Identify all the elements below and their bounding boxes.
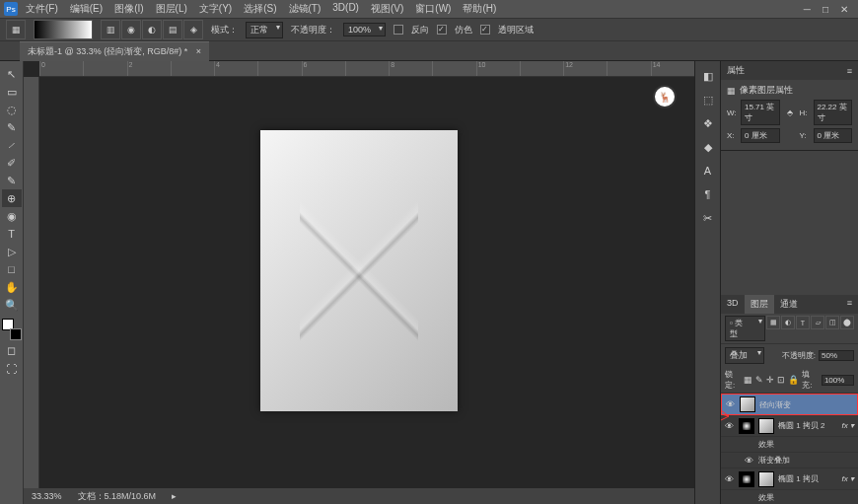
lock-trans-icon[interactable]: ▦	[744, 375, 752, 385]
tool-button[interactable]: ✐	[2, 154, 22, 172]
tool-button[interactable]: □	[2, 260, 22, 278]
layers-tab[interactable]: 3D	[721, 295, 745, 314]
visibility-icon[interactable]: 👁	[725, 474, 735, 484]
layer-kind-filter[interactable]: ▫ 类型	[725, 316, 765, 341]
blend-mode-dropdown[interactable]: 叠加	[725, 347, 764, 364]
layer-thumb[interactable]	[758, 471, 774, 487]
menu-item[interactable]: 选择(S)	[238, 0, 282, 18]
menu-item[interactable]: 窗口(W)	[409, 0, 457, 18]
screenmode-icon[interactable]: ⛶	[2, 360, 22, 378]
layer-thumb[interactable]	[740, 396, 755, 412]
height-field[interactable]: 22.22 英寸	[814, 100, 853, 125]
gradient-tool-icon[interactable]: ▦	[6, 20, 26, 39]
tool-button[interactable]: ✎	[2, 118, 22, 136]
dither-checkbox[interactable]	[437, 25, 447, 35]
dock-panel-icon[interactable]: A	[699, 162, 717, 180]
tool-button[interactable]: ⊕	[2, 189, 22, 207]
link-wh-icon[interactable]: ⬘	[784, 108, 796, 117]
tool-button[interactable]: ✋	[2, 278, 22, 296]
layer-row[interactable]: 效果	[721, 490, 858, 504]
gradient-radial-icon[interactable]: ◉	[121, 20, 141, 39]
properties-tab[interactable]: 属性	[727, 64, 745, 77]
tab-close-icon[interactable]: ×	[196, 46, 201, 56]
width-field[interactable]: 15.71 英寸	[741, 100, 780, 125]
tool-button[interactable]: ⟋	[2, 136, 22, 154]
tool-button[interactable]: ↖	[2, 65, 22, 83]
tool-button[interactable]: ✎	[2, 172, 22, 189]
zoom-level[interactable]: 33.33%	[32, 491, 62, 501]
layer-opacity-field[interactable]: 50%	[819, 350, 854, 361]
minimize-icon[interactable]: ─	[804, 4, 811, 15]
dock-panel-icon[interactable]: ◧	[699, 67, 717, 85]
menu-item[interactable]: 视图(V)	[365, 0, 409, 18]
tool-button[interactable]: ▭	[2, 83, 22, 101]
document-canvas[interactable]	[260, 130, 458, 411]
menu-item[interactable]: 滤镜(T)	[283, 0, 327, 18]
x-field[interactable]: 0 厘米	[741, 128, 780, 143]
opacity-dropdown[interactable]: 100%	[343, 23, 386, 36]
layer-fx-icon[interactable]: fx ▾	[842, 421, 854, 430]
quickmask-icon[interactable]: ◻	[2, 341, 22, 359]
menu-item[interactable]: 帮助(H)	[457, 0, 502, 18]
filter-pixel-icon[interactable]: ▦	[766, 316, 780, 329]
close-icon[interactable]: ✕	[840, 4, 848, 15]
filter-shape-icon[interactable]: ▱	[811, 316, 824, 329]
visibility-icon[interactable]: 👁	[745, 456, 754, 466]
filter-type-icon[interactable]: T	[796, 316, 810, 329]
tool-button[interactable]: ▷	[2, 243, 22, 260]
dock-panel-icon[interactable]: ✂	[699, 209, 717, 227]
visibility-icon[interactable]: 👁	[726, 399, 736, 409]
transparency-checkbox[interactable]	[480, 25, 490, 35]
menu-item[interactable]: 图层(L)	[150, 0, 193, 18]
lock-paint-icon[interactable]: ✎	[755, 375, 763, 385]
panel-menu-icon[interactable]: ≡	[841, 295, 858, 314]
layers-tab[interactable]: 通道	[774, 295, 804, 314]
gradient-linear-icon[interactable]: ▥	[101, 20, 120, 39]
status-chevron-icon[interactable]: ▸	[172, 491, 177, 501]
h-label: H:	[800, 108, 810, 117]
background-color[interactable]	[10, 328, 22, 340]
dock-panel-icon[interactable]: ⬚	[699, 91, 717, 108]
maximize-icon[interactable]: □	[822, 4, 828, 15]
tool-button[interactable]: ◌	[2, 101, 22, 118]
color-swatches[interactable]	[2, 319, 22, 340]
lock-all-icon[interactable]: 🔒	[788, 375, 799, 385]
gradient-diamond-icon[interactable]: ◈	[183, 20, 203, 39]
mode-dropdown[interactable]: 正常	[246, 22, 283, 38]
layers-tab[interactable]: 图层	[745, 295, 774, 314]
reverse-checkbox[interactable]	[393, 25, 403, 35]
menu-item[interactable]: 3D(D)	[326, 0, 365, 18]
lock-pos-icon[interactable]: ✛	[766, 375, 774, 385]
dock-panel-icon[interactable]: ¶	[699, 185, 717, 203]
dock-panel-icon[interactable]: ◆	[699, 138, 717, 156]
layer-thumb[interactable]	[758, 418, 774, 434]
gradient-reflected-icon[interactable]: ▤	[163, 20, 182, 39]
fill-field[interactable]: 100%	[822, 375, 854, 386]
layer-fx-icon[interactable]: fx ▾	[842, 474, 854, 483]
layer-mask-thumb[interactable]	[739, 471, 754, 487]
gradient-angle-icon[interactable]: ◐	[142, 20, 162, 39]
layer-row[interactable]: 效果	[721, 437, 858, 453]
document-tab[interactable]: 未标题-1 @ 33.3% (径向渐变, RGB/8#) * ×	[20, 41, 209, 61]
lock-artboard-icon[interactable]: ⊡	[777, 375, 785, 385]
y-field[interactable]: 0 厘米	[814, 128, 853, 143]
gradient-preview[interactable]	[34, 20, 93, 39]
layer-row[interactable]: 👁椭圆 1 拷贝 2fx ▾	[721, 415, 858, 437]
menu-item[interactable]: 文字(Y)	[193, 0, 238, 18]
layer-row[interactable]: 👁径向渐变	[721, 394, 858, 415]
dock-panel-icon[interactable]: ❖	[699, 114, 717, 132]
layer-mask-thumb[interactable]	[739, 418, 754, 434]
visibility-icon[interactable]: 👁	[725, 421, 735, 431]
filter-toggle-icon[interactable]: ⬤	[840, 316, 854, 329]
panel-menu-icon[interactable]: ≡	[847, 66, 852, 76]
menu-item[interactable]: 文件(F)	[20, 0, 64, 18]
menu-item[interactable]: 图像(I)	[108, 0, 149, 18]
filter-adjust-icon[interactable]: ◐	[781, 316, 795, 329]
filter-smart-icon[interactable]: ◫	[825, 316, 839, 329]
layer-row[interactable]: 👁椭圆 1 拷贝fx ▾	[721, 468, 858, 490]
layer-row[interactable]: 👁渐变叠加	[721, 453, 858, 468]
tool-button[interactable]: ◉	[2, 207, 22, 225]
tool-button[interactable]: 🔍	[2, 296, 22, 314]
menu-item[interactable]: 编辑(E)	[64, 0, 108, 18]
tool-button[interactable]: T	[2, 225, 22, 243]
